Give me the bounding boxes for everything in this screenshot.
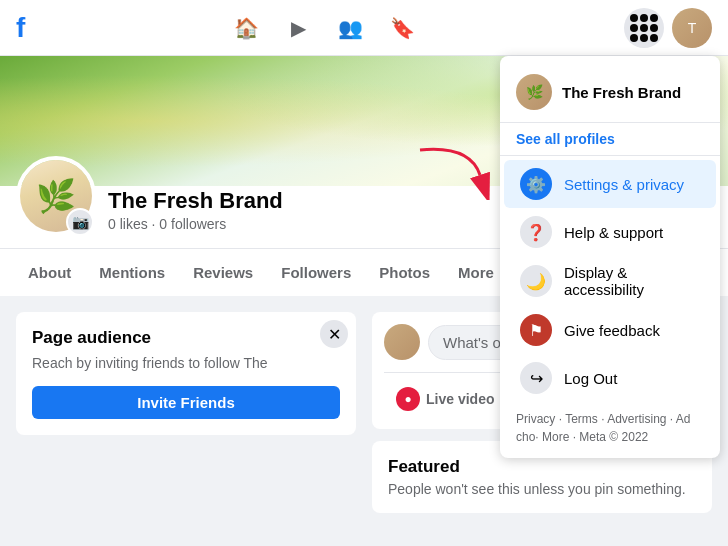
give-feedback-label: Give feedback	[564, 322, 660, 339]
page-audience-card: ✕ Page audience Reach by inviting friend…	[16, 312, 356, 435]
tab-mentions[interactable]: Mentions	[87, 256, 177, 289]
tab-about[interactable]: About	[16, 256, 83, 289]
dropdown-profile-name: The Fresh Brand	[562, 84, 681, 101]
grid-icon	[630, 14, 658, 42]
log-out-label: Log Out	[564, 370, 617, 387]
tab-photos[interactable]: Photos	[367, 256, 442, 289]
camera-badge-btn[interactable]: 📷	[66, 208, 94, 236]
featured-title: Featured	[388, 457, 696, 477]
dropdown-menu: 🌿 The Fresh Brand See all profiles ⚙️ Se…	[500, 56, 720, 458]
dropdown-header: 🌿 The Fresh Brand	[500, 64, 720, 123]
profile-name: The Fresh Brand	[108, 188, 283, 214]
logout-icon: ↪	[520, 362, 552, 394]
facebook-logo: f	[16, 12, 25, 44]
invite-friends-button[interactable]: Invite Friends	[32, 386, 340, 419]
log-out-item[interactable]: ↪ Log Out	[504, 354, 716, 402]
featured-desc: People won't see this unless you pin som…	[388, 481, 696, 497]
post-avatar	[384, 324, 420, 360]
tab-more-label: More	[458, 264, 494, 281]
home-nav-btn[interactable]: 🏠	[223, 4, 271, 52]
display-accessibility-item[interactable]: 🌙 Display & accessibility	[504, 256, 716, 306]
profile-text: The Fresh Brand 0 likes · 0 followers	[108, 188, 283, 236]
nav-icons: 🏠 ▶ 👥 🔖	[25, 4, 624, 52]
settings-privacy-item[interactable]: ⚙️ Settings & privacy	[504, 160, 716, 208]
help-icon: ❓	[520, 216, 552, 248]
see-all-profiles-link[interactable]: See all profiles	[500, 127, 720, 156]
tab-followers[interactable]: Followers	[269, 256, 363, 289]
display-accessibility-label: Display & accessibility	[564, 264, 700, 298]
left-panel: ✕ Page audience Reach by inviting friend…	[16, 312, 356, 546]
live-label: Live video	[426, 391, 494, 407]
bookmark-nav-btn[interactable]: 🔖	[379, 4, 427, 52]
page-audience-desc: Reach by inviting friends to follow The	[32, 354, 340, 374]
help-support-label: Help & support	[564, 224, 663, 241]
page-audience-title: Page audience	[32, 328, 340, 348]
top-nav: f 🏠 ▶ 👥 🔖 T	[0, 0, 728, 56]
settings-icon: ⚙️	[520, 168, 552, 200]
dropdown-footer: Privacy · Terms · Advertising · Ad cho· …	[500, 402, 720, 450]
live-icon: ●	[396, 387, 420, 411]
people-nav-btn[interactable]: 👥	[327, 4, 375, 52]
dropdown-avatar: 🌿	[516, 74, 552, 110]
settings-privacy-label: Settings & privacy	[564, 176, 684, 193]
moon-icon: 🌙	[520, 265, 552, 297]
feedback-icon: ⚑	[520, 314, 552, 346]
nav-left: f	[16, 12, 25, 44]
account-avatar-btn[interactable]: T	[672, 8, 712, 48]
profile-stats: 0 likes · 0 followers	[108, 216, 283, 232]
tab-reviews[interactable]: Reviews	[181, 256, 265, 289]
close-button[interactable]: ✕	[320, 320, 348, 348]
live-video-btn[interactable]: ● Live video	[384, 381, 506, 417]
nav-right: T	[624, 8, 712, 48]
grid-menu-btn[interactable]	[624, 8, 664, 48]
give-feedback-item[interactable]: ⚑ Give feedback	[504, 306, 716, 354]
help-support-item[interactable]: ❓ Help & support	[504, 208, 716, 256]
video-nav-btn[interactable]: ▶	[275, 4, 323, 52]
